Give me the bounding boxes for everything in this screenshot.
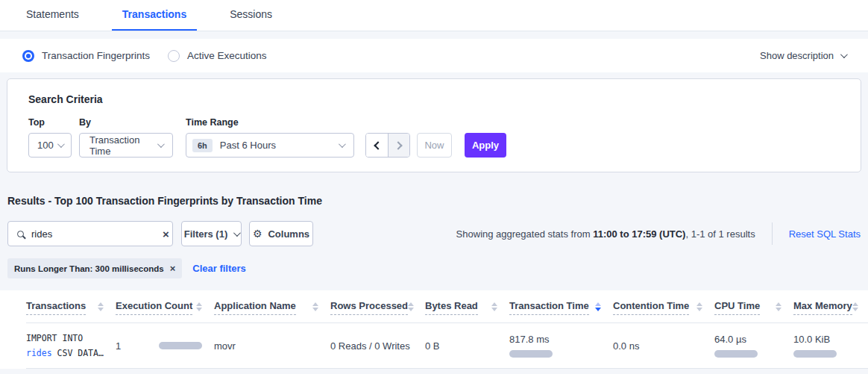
- value-bar: [793, 350, 837, 358]
- column-label: Rows Processed: [330, 300, 408, 315]
- columns-label: Columns: [268, 228, 309, 240]
- search-icon: [17, 231, 24, 237]
- vertical-divider: [772, 222, 773, 245]
- column-header-application-name[interactable]: Application Name: [214, 300, 330, 315]
- search-input[interactable]: [31, 228, 163, 240]
- column-label: Bytes Read: [425, 300, 478, 315]
- cpu-time-cell: 64.0 µs: [714, 334, 793, 358]
- top-field: Top 100: [28, 117, 79, 158]
- tab-transactions[interactable]: Transactions: [112, 8, 197, 31]
- table-header-row: Transactions Execution Count Application…: [26, 290, 868, 323]
- clear-filters-link[interactable]: Clear filters: [192, 263, 246, 274]
- column-header-contention-time[interactable]: Contention Time: [613, 300, 714, 315]
- sort-icon[interactable]: [408, 302, 414, 311]
- tab-statements[interactable]: Statements: [16, 8, 89, 31]
- column-header-rows-processed[interactable]: Rows Processed: [330, 300, 425, 315]
- search-criteria-controls: Top 100 By Transaction Time Time Range 6…: [28, 117, 840, 158]
- results-table: Transactions Execution Count Application…: [0, 290, 868, 369]
- radio-selected-icon[interactable]: [22, 50, 34, 62]
- column-header-bytes-read[interactable]: Bytes Read: [425, 300, 509, 315]
- chevron-left-icon: [374, 141, 382, 149]
- apply-button[interactable]: Apply: [465, 133, 506, 158]
- chevron-right-icon: [394, 141, 402, 149]
- stats-prefix: Showing aggregated stats from: [456, 228, 594, 240]
- execution-count-value: 1: [116, 340, 121, 352]
- transaction-time-cell: 817.8 ms: [509, 334, 613, 358]
- time-window-arrows: [365, 133, 410, 158]
- column-header-cpu-time[interactable]: CPU Time: [714, 300, 793, 315]
- show-description-toggle[interactable]: Show description: [760, 50, 846, 61]
- max-memory-cell: 10.0 KiB: [793, 334, 867, 358]
- show-description-label: Show description: [760, 50, 834, 61]
- view-mode-row: Transaction Fingerprints Active Executio…: [0, 39, 868, 72]
- max-memory-value: 10.0 KiB: [793, 334, 867, 345]
- search-criteria-card: Search Criteria Top 100 By Transaction T…: [7, 78, 861, 172]
- time-range-field: Time Range 6h Past 6 Hours: [186, 117, 365, 158]
- results-title: Results - Top 100 Transaction Fingerprin…: [7, 195, 868, 207]
- application-name-cell: movr: [214, 340, 330, 352]
- sort-icon[interactable]: [98, 302, 104, 311]
- bytes-read-cell: 0 B: [425, 340, 509, 352]
- gear-icon: ⚙: [253, 228, 262, 240]
- time-range-value: Past 6 Hours: [220, 140, 339, 151]
- chevron-down-icon: [57, 140, 65, 148]
- chevron-down-icon: [233, 229, 241, 237]
- rows-processed-cell: 0 Reads / 0 Writes: [330, 340, 425, 352]
- remove-filter-icon[interactable]: ×: [170, 264, 176, 273]
- transaction-line-2-rest: CSV DATA…: [52, 348, 104, 358]
- sort-icon[interactable]: [776, 302, 781, 311]
- column-label: Application Name: [214, 300, 296, 315]
- results-toolbar: × Filters (1) ⚙ Columns Showing aggregat…: [7, 221, 861, 246]
- aggregated-stats-text: Showing aggregated stats from 11:00 to 1…: [456, 228, 755, 240]
- next-time-window-button[interactable]: [388, 134, 409, 157]
- value-bar: [509, 350, 553, 358]
- table-row: IMPORT INTO rides CSV DATA… 1 movr 0 Rea…: [26, 323, 868, 369]
- top-value: 100: [37, 140, 57, 151]
- now-button[interactable]: Now: [417, 133, 452, 158]
- sort-icon[interactable]: [696, 302, 702, 311]
- filters-button[interactable]: Filters (1): [181, 221, 242, 246]
- column-header-execution-count[interactable]: Execution Count: [116, 300, 214, 315]
- previous-time-window-button[interactable]: [366, 134, 388, 157]
- transactions-page: Statements Transactions Sessions Transac…: [0, 0, 868, 374]
- stats-time-range: 11:00 to 17:59 (UTC): [593, 228, 685, 240]
- radio-label: Active Executions: [187, 50, 267, 61]
- by-value: Transaction Time: [89, 134, 157, 157]
- radio-label: Transaction Fingerprints: [42, 50, 150, 61]
- chevron-down-icon: [339, 140, 346, 148]
- reset-sql-stats-link[interactable]: Reset SQL Stats: [789, 228, 861, 240]
- tab-sessions[interactable]: Sessions: [219, 8, 283, 31]
- column-header-transaction-time[interactable]: Transaction Time: [509, 300, 613, 315]
- chevron-down-icon: [840, 51, 848, 58]
- search-match-highlight: rides: [26, 348, 52, 358]
- radio-unselected-icon[interactable]: [168, 50, 180, 62]
- cpu-time-value: 64.0 µs: [714, 334, 793, 345]
- radio-transaction-fingerprints[interactable]: Transaction Fingerprints: [22, 50, 150, 62]
- sort-icon[interactable]: [196, 302, 202, 311]
- by-select[interactable]: Transaction Time: [79, 133, 173, 158]
- value-bar: [159, 342, 202, 349]
- sort-icon-active-desc[interactable]: [595, 302, 601, 311]
- filter-chip-label: Runs Longer Than: 300 milliseconds: [14, 264, 164, 273]
- transaction-fingerprint-link[interactable]: IMPORT INTO rides CSV DATA…: [26, 331, 116, 361]
- column-label: Execution Count: [116, 300, 192, 315]
- radio-active-executions[interactable]: Active Executions: [168, 50, 267, 62]
- by-label: By: [79, 117, 186, 128]
- sort-icon[interactable]: [312, 302, 318, 311]
- stats-suffix: , 1-1 of 1 results: [685, 228, 755, 240]
- column-header-max-memory[interactable]: Max Memory: [793, 300, 867, 315]
- filter-chip[interactable]: Runs Longer Than: 300 milliseconds ×: [7, 258, 182, 278]
- column-header-transactions[interactable]: Transactions: [26, 300, 116, 315]
- column-label: Max Memory: [793, 300, 852, 315]
- sort-icon[interactable]: [852, 302, 858, 311]
- top-label: Top: [28, 117, 79, 128]
- sort-icon[interactable]: [491, 302, 497, 311]
- time-range-select[interactable]: 6h Past 6 Hours: [186, 133, 354, 158]
- results-search-box[interactable]: ×: [7, 221, 173, 246]
- columns-button[interactable]: ⚙ Columns: [249, 221, 313, 246]
- execution-count-cell: 1: [116, 340, 214, 352]
- top-select[interactable]: 100: [28, 133, 72, 158]
- chevron-down-icon: [157, 140, 165, 148]
- clear-search-icon[interactable]: ×: [163, 228, 169, 240]
- transaction-line-1: IMPORT INTO: [26, 331, 116, 346]
